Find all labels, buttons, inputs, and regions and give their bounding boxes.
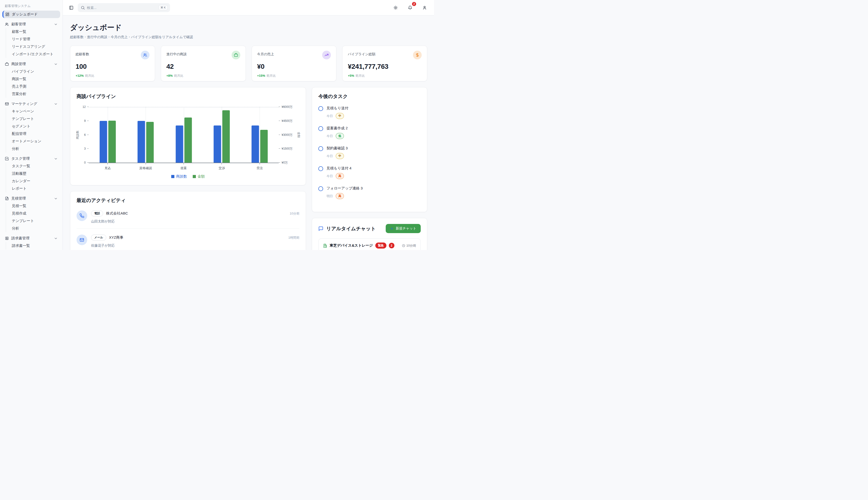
chart-right-axis-title: 金額 [297, 132, 301, 138]
sidebar-group-header[interactable]: 請求書管理 [2, 235, 60, 242]
chart-left-tick-mark [87, 121, 89, 121]
sidebar-item[interactable]: 見積作成 [10, 210, 63, 217]
sidebar-item[interactable]: テンプレート [10, 115, 63, 123]
trending-up-icon [324, 53, 329, 57]
sidebar-item[interactable]: 分析 [10, 145, 63, 152]
search-input[interactable] [87, 6, 157, 10]
activity-icon-circle [77, 235, 87, 245]
sidebar-group-header[interactable]: 見積管理 [2, 195, 60, 202]
task-checkbox[interactable] [318, 106, 323, 111]
realtime-chat-card: リアルタイムチャット 新規チャット 東芝デバイス&ストレージ緊急210分前新型セ… [312, 218, 427, 250]
chart-left-tick-mark [87, 148, 89, 149]
tasks-title: 今後のタスク [318, 93, 421, 100]
theme-toggle-button[interactable] [391, 4, 400, 12]
pipeline-chart: 036912¥0万¥1500万¥3000万¥4500万¥6000万商談数金額 見… [77, 107, 300, 170]
user-icon [422, 5, 427, 10]
bell-icon [408, 5, 412, 10]
chart-x-label: 受注 [256, 166, 263, 170]
task-priority-badge: 中 [336, 113, 344, 119]
chart-right-tick-mark [279, 162, 280, 163]
sidebar-item[interactable]: タスク一覧 [10, 162, 63, 170]
chart-left-tick-label: 9 [84, 119, 86, 123]
notification-count-badge: 2 [412, 1, 416, 7]
user-menu-button[interactable] [421, 4, 429, 12]
chevron-down-icon [54, 157, 58, 161]
stat-card-top: 進行中の商談 [166, 51, 240, 59]
dashboard-icon [5, 12, 9, 16]
sidebar-group-children: 顧客一覧リード管理リードスコアリングインポート/エクスポート [6, 28, 63, 58]
sidebar-group: 請求書管理請求書一覧 [0, 235, 63, 250]
sidebar-item[interactable]: カレンダー [10, 177, 63, 185]
sidebar-item[interactable]: 顧客一覧 [10, 28, 63, 35]
chevron-down-icon [54, 22, 58, 26]
sidebar-group-header[interactable]: マーケティング [2, 100, 60, 107]
activity-icon-circle [77, 211, 87, 221]
sidebar-item[interactable]: 分析 [10, 225, 63, 232]
sidebar-item[interactable]: 活動履歴 [10, 170, 63, 177]
activity-list-item: メールXYZ商事1時間前佐藤花子が対応 [77, 233, 300, 248]
task-priority-badge: 高 [336, 173, 344, 179]
sidebar-item[interactable]: インポート/エクスポート [10, 50, 63, 58]
task-due-date: 今日 [326, 174, 333, 178]
sidebar-item[interactable]: リード管理 [10, 35, 63, 43]
sidebar-group-header[interactable]: 顧客管理 [2, 21, 60, 28]
stat-card: パイプライン総額¥241,777,763+5%前月比 [342, 46, 427, 81]
chart-bar-count [213, 125, 221, 163]
task-checkbox[interactable] [318, 126, 323, 131]
task-meta: 今日中 [326, 153, 348, 159]
activity-type-badge: メール [91, 235, 106, 241]
chat-header: リアルタイムチャット 新規チャット [318, 224, 421, 233]
sidebar-item[interactable]: オートメーション [10, 138, 63, 145]
activity-type-badge: 電話 [91, 211, 103, 216]
mail-icon [79, 237, 84, 242]
chart-bar-pair [100, 107, 116, 163]
chat-list-item[interactable]: 東芝デバイス&ストレージ緊急210分前新型センサー開発見積書の内容について確認し… [318, 238, 421, 250]
task-checkbox[interactable] [318, 146, 323, 151]
legend-entry[interactable]: 金額 [193, 174, 205, 179]
stat-label: パイプライン総額 [348, 51, 375, 56]
chart-bar-amount [222, 110, 230, 163]
stat-trend-suffix: 前月比 [266, 74, 276, 78]
sidebar-item[interactable]: セグメント [10, 123, 63, 130]
sidebar-group-label: タスク管理 [11, 156, 30, 161]
sidebar-group-header[interactable]: タスク管理 [2, 155, 60, 162]
chart-category-slot [89, 107, 126, 163]
sidebar-item[interactable]: テンプレート [10, 217, 63, 225]
legend-entry[interactable]: 商談数 [171, 174, 187, 179]
task-meta: 今日高 [326, 173, 352, 179]
sidebar-item[interactable]: リードスコアリング [10, 43, 63, 50]
task-checkbox[interactable] [318, 166, 323, 171]
new-chat-button[interactable]: 新規チャット [386, 224, 421, 233]
task-checkbox[interactable] [318, 186, 323, 191]
activity-title: 最近のアクティビティ [77, 197, 300, 204]
page-title: ダッシュボード [70, 23, 427, 33]
stat-value: 100 [76, 63, 149, 70]
sidebar-item[interactable]: 配信管理 [10, 130, 63, 138]
sidebar-item[interactable]: キャンペーン [10, 107, 63, 115]
sidebar-item[interactable]: パイプライン [10, 68, 63, 75]
legend-label: 金額 [198, 174, 205, 179]
divider [77, 228, 300, 229]
sidebar-item[interactable]: 見積一覧 [10, 202, 63, 210]
notifications-button[interactable]: 2 [406, 4, 414, 12]
sidebar-item-label: 見積作成 [12, 211, 26, 216]
task-due-date: 今日 [326, 134, 333, 138]
sidebar-item-label: 売上予測 [12, 84, 26, 89]
sidebar-item[interactable]: 商談一覧 [10, 75, 63, 83]
chat-timestamp: 10分前 [402, 243, 416, 248]
sidebar-item[interactable]: 売上予測 [10, 83, 63, 90]
sidebar-item[interactable]: レポート [10, 185, 63, 192]
chart-x-slot: 交渉 [203, 163, 241, 170]
sidebar-toggle-button[interactable] [67, 4, 75, 12]
chart-x-tick-mark [183, 163, 184, 164]
sidebar-group-header[interactable]: 商談管理 [2, 60, 60, 68]
chart-right-tick-mark [279, 121, 280, 121]
sidebar-item-dashboard[interactable]: ダッシュボード [2, 11, 60, 18]
sidebar-item[interactable]: 営業分析 [10, 90, 63, 98]
sidebar-item[interactable]: 請求書一覧 [10, 242, 63, 250]
panel-left-icon [69, 5, 74, 10]
file-text-icon [5, 196, 9, 201]
search-box[interactable]: ⌘ K [78, 3, 170, 12]
sidebar-item-label: レポート [12, 186, 26, 191]
chart-category-slot [165, 107, 203, 163]
